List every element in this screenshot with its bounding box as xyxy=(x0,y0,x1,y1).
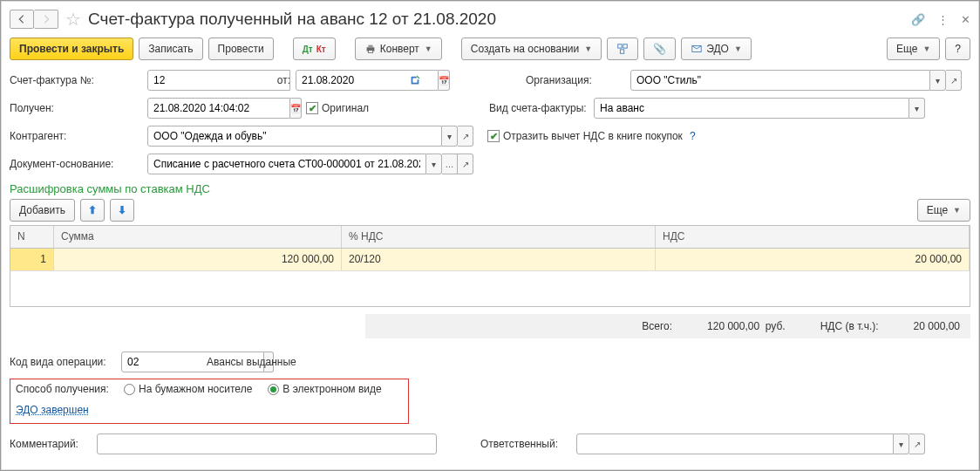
print-button[interactable]: Конверт▼ xyxy=(355,38,442,60)
op-code-text: Авансы выданные xyxy=(207,356,296,368)
structure-button[interactable] xyxy=(607,38,638,60)
svg-rect-3 xyxy=(618,44,622,48)
kind-input[interactable] xyxy=(594,98,909,119)
nav-forward-button[interactable] xyxy=(34,10,58,29)
basis-input[interactable] xyxy=(147,154,426,174)
arrow-left-icon xyxy=(16,13,28,25)
basis-select[interactable]: … xyxy=(442,154,458,174)
main-toolbar: Провести и закрыть Записать Провести ДтК… xyxy=(10,38,970,60)
org-label: Организация: xyxy=(526,74,630,86)
svg-rect-5 xyxy=(621,50,624,53)
title-bar: ☆ Счет-фактура полученный на аванс 12 от… xyxy=(10,6,970,32)
table-more-button[interactable]: Еще▼ xyxy=(917,199,970,222)
col-header-vat: % НДС xyxy=(342,226,656,248)
paperclip-icon: 📎 xyxy=(653,43,666,55)
nav-back-button[interactable] xyxy=(10,10,34,29)
basis-dropdown[interactable]: ▾ xyxy=(426,154,442,174)
basis-label: Документ-основание: xyxy=(10,158,147,170)
col-header-n: N xyxy=(10,226,54,248)
post-and-close-button[interactable]: Провести и закрыть xyxy=(10,38,133,60)
move-up-button[interactable]: ⬆ xyxy=(80,199,105,222)
col-header-nds: НДС xyxy=(656,226,970,248)
move-down-button[interactable]: ⬇ xyxy=(110,199,134,222)
link-icon[interactable]: 🔗 xyxy=(911,13,925,26)
arrow-right-icon xyxy=(40,13,52,25)
favorite-icon[interactable]: ☆ xyxy=(65,9,81,30)
add-row-button[interactable]: Добавить xyxy=(10,199,75,222)
totals-bar: Всего: 120 000,00 руб. НДС (в т.ч.): 20 … xyxy=(365,314,970,338)
reflect-checkbox[interactable]: ✔ Отразить вычет НДС в книге покупок ? xyxy=(487,130,696,142)
edo-completed-link[interactable]: ЭДО завершен xyxy=(16,404,89,416)
dt-kt-icon: Дт xyxy=(303,44,313,54)
create-based-on-button[interactable]: Создать на основании▼ xyxy=(461,38,602,60)
counterparty-label: Контрагент: xyxy=(10,130,147,142)
kind-dropdown[interactable]: ▾ xyxy=(909,98,925,119)
arrow-down-icon: ⬇ xyxy=(118,204,126,216)
edo-button[interactable]: ЭДО▼ xyxy=(681,38,752,60)
document-window: ☆ Счет-фактура полученный на аванс 12 от… xyxy=(0,0,980,471)
cell-nds: 20 000,00 xyxy=(656,249,970,270)
cell-sum: 120 000,00 xyxy=(54,249,342,270)
responsible-open[interactable]: ↗ xyxy=(909,433,925,454)
save-button[interactable]: Записать xyxy=(139,38,202,60)
counterparty-dropdown[interactable]: ▾ xyxy=(442,126,458,147)
dt-kt-button[interactable]: ДтКт xyxy=(293,38,336,60)
svg-rect-2 xyxy=(368,51,372,53)
more-menu-icon[interactable]: ⋮ xyxy=(937,13,949,26)
cell-n: 1 xyxy=(10,249,54,270)
post-button[interactable]: Провести xyxy=(208,38,274,60)
table-empty-space xyxy=(10,271,970,306)
counterparty-input[interactable] xyxy=(147,126,442,147)
close-icon[interactable]: ✕ xyxy=(961,13,970,26)
more-button[interactable]: Еще▼ xyxy=(887,38,940,60)
structure-icon xyxy=(616,43,629,55)
ext-edit-icon[interactable] xyxy=(409,74,421,86)
receive-mode-highlight: Способ получения: На бумажном носителе В… xyxy=(10,379,409,424)
responsible-input[interactable] xyxy=(576,433,894,454)
original-checkbox[interactable]: ✔ Оригинал xyxy=(306,102,369,114)
printer-icon xyxy=(364,43,377,55)
receive-mode-label: Способ получения: xyxy=(16,383,120,395)
svg-rect-4 xyxy=(623,44,627,48)
help-button[interactable]: ? xyxy=(945,38,970,60)
counterparty-open[interactable]: ↗ xyxy=(458,126,473,147)
radio-electronic[interactable] xyxy=(268,384,279,395)
comment-input[interactable] xyxy=(97,433,437,454)
arrow-up-icon: ⬆ xyxy=(88,204,97,216)
from-label: от: xyxy=(269,74,296,86)
calendar-icon: 📅 xyxy=(290,104,301,113)
comment-label: Комментарий: xyxy=(10,438,97,450)
basis-open[interactable]: ↗ xyxy=(458,154,473,174)
calendar-button[interactable]: 📅 xyxy=(439,70,450,91)
calendar-icon: 📅 xyxy=(439,76,449,85)
vat-breakdown-table: N Сумма % НДС НДС 1 120 000,00 20/120 20… xyxy=(10,225,970,307)
received-label: Получен: xyxy=(10,102,147,114)
radio-paper[interactable] xyxy=(124,384,135,395)
col-header-sum: Сумма xyxy=(54,226,342,248)
org-input[interactable] xyxy=(630,70,930,91)
page-title: Счет-фактура полученный на аванс 12 от 2… xyxy=(88,10,911,29)
help-icon[interactable]: ? xyxy=(690,130,696,142)
op-code-label: Код вида операции: xyxy=(10,356,121,368)
number-label: Счет-фактура №: xyxy=(10,74,147,86)
org-open[interactable]: ↗ xyxy=(946,70,962,91)
received-input[interactable] xyxy=(147,98,290,119)
responsible-label: Ответственный: xyxy=(480,438,576,450)
received-calendar[interactable]: 📅 xyxy=(290,98,302,119)
responsible-dropdown[interactable]: ▾ xyxy=(894,433,909,454)
cell-vat: 20/120 xyxy=(342,249,656,270)
edo-icon xyxy=(691,43,703,55)
table-row[interactable]: 1 120 000,00 20/120 20 000,00 xyxy=(10,249,970,271)
kind-label: Вид счета-фактуры: xyxy=(489,102,594,114)
org-dropdown[interactable]: ▾ xyxy=(930,70,946,91)
breakdown-section-title: Расшифровка суммы по ставкам НДС xyxy=(10,182,970,195)
attach-button[interactable]: 📎 xyxy=(643,38,676,60)
svg-rect-1 xyxy=(368,45,372,48)
